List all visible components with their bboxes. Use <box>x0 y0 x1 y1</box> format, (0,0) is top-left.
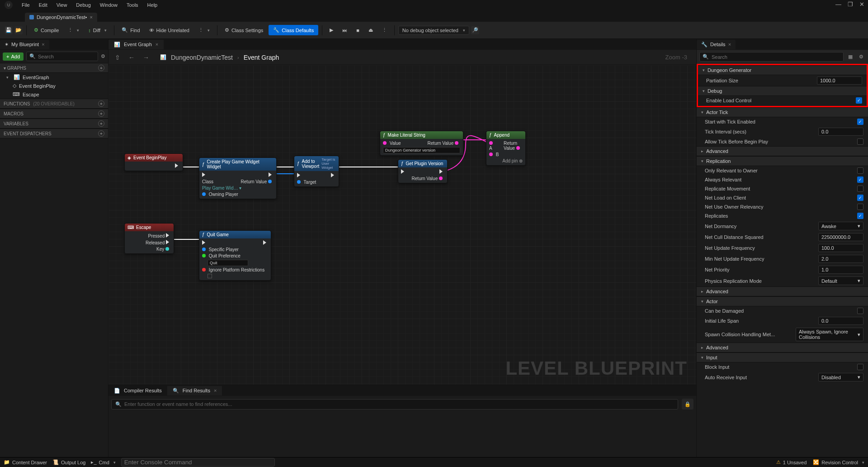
compile-button[interactable]: ⚙Compile <box>30 25 62 35</box>
node-escape[interactable]: ⌨ Escape Pressed Released Key <box>124 223 174 254</box>
class-settings-button[interactable]: ⚙Class Settings <box>221 25 267 35</box>
revision-control-button[interactable]: 🔀 Revision Control <box>813 459 864 465</box>
compiler-results-tab[interactable]: 📄 Compiler Results <box>108 386 167 396</box>
replicate-movement-checkbox[interactable] <box>857 186 863 192</box>
start-tick-checkbox[interactable]: ✓ <box>857 119 863 125</box>
browse-icon[interactable]: 📂 <box>14 26 23 34</box>
auto-receive-select[interactable]: Disabled▾ <box>818 373 863 381</box>
partition-size-input[interactable] <box>817 76 862 85</box>
node-event-beginplay[interactable]: ◈ Event BeginPlay <box>124 153 183 171</box>
node-add-viewport[interactable]: ƒ Add to ViewportTarget is User Widget T… <box>294 156 339 187</box>
menu-view[interactable]: View <box>57 2 67 8</box>
node-plugin-version[interactable]: ƒ Get Plugin Version Return Value <box>398 159 448 183</box>
breadcrumb-root[interactable]: DungeonDynamicTest <box>171 54 233 61</box>
section-functions[interactable]: FUNCTIONS (20 OVERRIDABLE) + <box>0 99 108 109</box>
debug-find-icon[interactable]: 🔎 <box>471 26 479 34</box>
close-tab-icon[interactable]: × <box>90 14 92 20</box>
play-icon[interactable]: ▶ <box>326 25 337 35</box>
close-icon[interactable]: × <box>156 42 158 47</box>
menu-file[interactable]: File <box>22 2 30 8</box>
close-icon[interactable]: × <box>42 42 44 47</box>
cat-dungeon-generator[interactable]: ▾Dungeon Generator <box>698 65 867 75</box>
node-append[interactable]: ƒ Append AReturn Value B Add pin ⊕ <box>486 131 526 166</box>
only-relevant-checkbox[interactable] <box>857 167 863 174</box>
save-icon[interactable]: 💾 <box>5 26 13 34</box>
menu-debug[interactable]: Debug <box>76 2 90 8</box>
find-results-tab[interactable]: 🔍 Find Results × <box>167 386 222 396</box>
debug-object-select[interactable]: No debug object selected <box>398 26 469 35</box>
minimize-icon[interactable]: — <box>835 1 841 8</box>
gear-icon[interactable]: ⚙ <box>101 53 105 59</box>
net-priority-input[interactable] <box>818 266 863 274</box>
cat-actor-tick[interactable]: ▾Actor Tick <box>697 107 868 117</box>
net-dormancy-select[interactable]: Awake▾ <box>818 222 863 230</box>
hide-unrelated-button[interactable]: 👁Hide Unrelated <box>146 26 193 35</box>
replicates-checkbox[interactable]: ✓ <box>857 213 863 219</box>
allow-tick-checkbox[interactable] <box>857 138 863 145</box>
cat-replication[interactable]: ▾Replication <box>697 156 868 166</box>
menu-tools[interactable]: Tools <box>127 2 138 8</box>
cat-input[interactable]: ▾Input <box>697 353 868 362</box>
node-quit-game[interactable]: ƒ Quit Game Specific Player Quit Prefere… <box>199 230 271 281</box>
cat-actor[interactable]: ▾Actor <box>697 296 868 306</box>
menu-edit[interactable]: Edit <box>39 2 47 8</box>
breadcrumb-leaf[interactable]: Event Graph <box>244 54 279 61</box>
add-macro-icon[interactable]: + <box>98 110 104 117</box>
file-tab-dungeon[interactable]: DungeonDynamicTest• × <box>25 13 97 22</box>
node-literal-string[interactable]: ƒ Make Literal String ValueReturn Value … <box>380 131 463 156</box>
section-macros[interactable]: MACROS + <box>0 109 108 119</box>
gear-icon[interactable]: ⚙ <box>857 53 865 61</box>
nav-fwd-icon[interactable]: → <box>141 54 151 61</box>
graph-event-beginplay[interactable]: ◇ Event BeginPlay <box>0 81 108 90</box>
menu-window[interactable]: Window <box>100 2 118 8</box>
net-load-checkbox[interactable]: ✓ <box>857 195 863 201</box>
add-function-icon[interactable]: + <box>98 100 104 107</box>
min-net-update-input[interactable] <box>818 255 863 263</box>
close-icon[interactable]: ✕ <box>859 1 864 8</box>
cat-advanced-2[interactable]: ▸Advanced <box>697 286 868 296</box>
graph-escape[interactable]: ⌨ Escape <box>0 90 108 99</box>
eject-icon[interactable]: ⏏ <box>365 25 377 35</box>
stop-icon[interactable]: ■ <box>353 26 363 35</box>
close-icon[interactable]: × <box>728 42 731 47</box>
life-span-input[interactable] <box>818 317 863 325</box>
section-variables[interactable]: VARIABLES + <box>0 119 108 129</box>
net-cull-input[interactable] <box>818 233 863 241</box>
net-update-input[interactable] <box>818 244 863 252</box>
add-dispatcher-icon[interactable]: + <box>98 130 104 137</box>
graph-eventgraph[interactable]: ▾📊 EventGraph <box>0 73 108 81</box>
add-variable-icon[interactable]: + <box>98 120 104 127</box>
find-button[interactable]: 🔍Find <box>118 25 143 35</box>
diff-button[interactable]: ↕Diff <box>85 26 110 35</box>
play-options[interactable]: ⋮ <box>378 25 391 35</box>
can-damage-checkbox[interactable] <box>857 308 863 314</box>
block-input-checkbox[interactable] <box>857 364 863 370</box>
enable-load-checkbox[interactable]: ✓ <box>856 97 862 104</box>
cat-advanced-3[interactable]: ▸Advanced <box>697 343 868 353</box>
add-button[interactable]: +Add <box>3 52 24 61</box>
content-drawer-button[interactable]: 📁 Content Drawer <box>4 459 47 465</box>
nav-up-icon[interactable]: ⇧ <box>113 54 122 61</box>
close-icon[interactable]: × <box>214 388 217 393</box>
cat-advanced-1[interactable]: ▸Advanced <box>697 146 868 156</box>
event-graph-tab[interactable]: 📊 Event Graph × <box>108 40 164 49</box>
hide-options[interactable]: ⋮ <box>195 25 213 35</box>
tick-interval-input[interactable] <box>818 128 863 136</box>
class-defaults-button[interactable]: 🔧Class Defaults <box>269 25 318 35</box>
my-blueprint-tab[interactable]: ✶My Blueprint× <box>0 40 49 49</box>
physics-rep-select[interactable]: Default▾ <box>818 276 863 285</box>
graph-canvas[interactable]: LEVEL BLUEPRINT ◈ Event BeginPlay ƒ Crea… <box>108 65 696 385</box>
spawn-collision-select[interactable]: Always Spawn, Ignore Collisions▾ <box>796 328 863 341</box>
node-create-widget[interactable]: ƒ Create Play Game Widget Widget ClassRe… <box>199 157 277 199</box>
find-scope-icon[interactable]: 🔒 <box>682 399 693 410</box>
step-icon[interactable]: ⏭ <box>339 26 351 35</box>
nav-back-icon[interactable]: ← <box>127 54 137 61</box>
compile-options[interactable]: ⋮ <box>64 25 83 35</box>
section-dispatchers[interactable]: EVENT DISPATCHERS + <box>0 129 108 138</box>
menu-help[interactable]: Help <box>147 2 158 8</box>
console-command-input[interactable] <box>121 458 275 467</box>
section-graphs[interactable]: ▾ GRAPHS + <box>0 63 108 73</box>
add-graph-icon[interactable]: + <box>98 65 104 71</box>
my-blueprint-search[interactable]: 🔍 <box>26 52 98 61</box>
details-search[interactable]: 🔍 <box>699 52 844 62</box>
